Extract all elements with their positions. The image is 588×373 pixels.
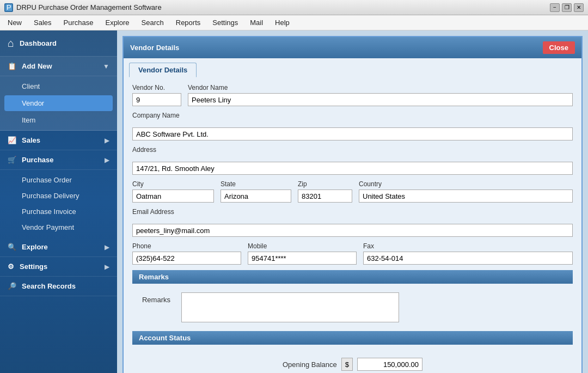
email-label: Email Address: [132, 208, 174, 216]
vendor-title-bar: Vendor Details Close: [124, 37, 581, 58]
phone-field: Phone: [132, 242, 241, 265]
opening-balance-row: Opening Balance $: [132, 353, 573, 373]
settings-arrow: ▶: [105, 263, 109, 271]
sidebar-purchase-section: 🛒 Purchase ▶ Purchase Order Purchase Del…: [0, 150, 117, 237]
main-layout: ⌂ Dashboard 📋 Add New ▼ Client Vendor It…: [0, 30, 588, 373]
remarks-textarea[interactable]: [181, 292, 399, 322]
state-label: State: [220, 180, 291, 188]
remarks-section-header: Remarks: [132, 270, 573, 284]
sidebar-item-purchase-delivery[interactable]: Purchase Delivery: [0, 188, 117, 204]
company-name-input[interactable]: [132, 127, 573, 140]
mobile-label: Mobile: [248, 242, 357, 250]
sales-left: 📈 Sales: [8, 136, 40, 144]
purchase-subitems: Purchase Order Purchase Delivery Purchas…: [0, 170, 117, 237]
address-input[interactable]: [132, 162, 573, 175]
restore-button[interactable]: ❐: [562, 3, 572, 12]
address-row: Address: [132, 146, 573, 175]
state-input[interactable]: [220, 189, 291, 203]
vendor-name-input[interactable]: [188, 93, 573, 106]
vendor-row-1: Vendor No. Vendor Name: [132, 84, 573, 106]
sidebar-sales-header[interactable]: 📈 Sales ▶: [0, 131, 117, 150]
minimize-button[interactable]: −: [550, 3, 560, 12]
sidebar-item-vendor-payment[interactable]: Vendor Payment: [0, 219, 117, 235]
city-field: City: [132, 180, 214, 203]
sidebar-settings-header[interactable]: ⚙ Settings ▶: [0, 257, 117, 277]
phone-input[interactable]: [132, 252, 241, 265]
company-row: Company Name: [132, 112, 573, 140]
vendor-no-label: Vendor No.: [132, 84, 181, 91]
purchase-left: 🛒 Purchase: [8, 156, 54, 164]
window-controls[interactable]: − ❐ ✕: [550, 3, 584, 12]
search-records-icon: 🔎: [8, 282, 16, 290]
country-field: Country: [359, 180, 573, 203]
vendor-no-input[interactable]: [132, 93, 181, 106]
content-area: Vendor Details Close Vendor Details Vend…: [117, 30, 588, 373]
title-bar: P DRPU Purchase Order Management Softwar…: [0, 0, 588, 15]
opening-balance-label: Opening Balance: [283, 360, 337, 369]
menu-bar: New Sales Purchase Explore Search Report…: [0, 15, 588, 30]
state-field: State: [220, 180, 291, 203]
menu-mail[interactable]: Mail: [244, 17, 268, 28]
address-label: Address: [132, 146, 156, 154]
remarks-area: Remarks: [132, 288, 573, 327]
sidebar-purchase-header[interactable]: 🛒 Purchase ▶: [0, 150, 117, 170]
add-new-subitems: Client Vendor Item: [0, 76, 117, 130]
currency-symbol: $: [341, 358, 353, 371]
menu-reports[interactable]: Reports: [170, 17, 206, 28]
city-label: City: [132, 180, 214, 188]
email-input[interactable]: [132, 224, 573, 237]
phone-row: Phone Mobile Fax: [132, 242, 573, 265]
sidebar-explore-header[interactable]: 🔍 Explore ▶: [0, 237, 117, 257]
sidebar-item-purchase-invoice[interactable]: Purchase Invoice: [0, 204, 117, 219]
explore-left: 🔍 Explore: [8, 243, 48, 251]
vendor-window-title: Vendor Details: [130, 44, 179, 52]
country-input[interactable]: [359, 189, 573, 203]
menu-settings[interactable]: Settings: [207, 17, 243, 28]
explore-arrow: ▶: [105, 243, 109, 251]
sidebar-item-vendor[interactable]: Vendor: [4, 95, 113, 111]
menu-explore[interactable]: Explore: [100, 17, 134, 28]
sidebar-item-item[interactable]: Item: [0, 112, 117, 128]
dashboard-icon: ⌂: [8, 37, 14, 50]
mobile-field: Mobile: [248, 242, 357, 265]
sidebar-add-new-header[interactable]: 📋 Add New ▼: [0, 57, 117, 76]
sales-label: Sales: [22, 136, 40, 144]
sidebar-item-client[interactable]: Client: [0, 78, 117, 94]
tab-vendor-details[interactable]: Vendor Details: [129, 63, 197, 77]
city-input[interactable]: [132, 189, 214, 203]
search-records-left: 🔎 Search Records: [8, 282, 76, 290]
settings-label: Settings: [20, 262, 47, 271]
menu-purchase[interactable]: Purchase: [58, 17, 99, 28]
remarks-label: Remarks: [132, 292, 170, 304]
phone-label: Phone: [132, 242, 241, 250]
search-records-label: Search Records: [22, 282, 76, 290]
fax-label: Fax: [363, 242, 573, 250]
fax-input[interactable]: [363, 252, 573, 265]
sidebar-search-records[interactable]: 🔎 Search Records: [0, 277, 117, 296]
account-status-section: Opening Balance $: [132, 349, 573, 373]
purchase-icon: 🛒: [8, 156, 16, 164]
account-status-header: Account Status: [132, 331, 573, 345]
menu-help[interactable]: Help: [270, 17, 295, 28]
app-icon: P: [4, 3, 13, 12]
add-new-arrow: ▼: [103, 63, 109, 70]
zip-input[interactable]: [298, 189, 352, 203]
purchase-arrow: ▶: [105, 156, 109, 164]
sidebar-dashboard[interactable]: ⌂ Dashboard: [0, 30, 117, 57]
dashboard-label: Dashboard: [20, 39, 57, 47]
menu-sales[interactable]: Sales: [28, 17, 57, 28]
sidebar-add-new-section: 📋 Add New ▼ Client Vendor Item: [0, 57, 117, 131]
opening-balance-input[interactable]: [357, 358, 422, 371]
close-button[interactable]: ✕: [574, 3, 584, 12]
sidebar-item-purchase-order[interactable]: Purchase Order: [0, 172, 117, 188]
settings-left: ⚙ Settings: [8, 262, 47, 271]
explore-label: Explore: [22, 243, 48, 251]
sales-icon: 📈: [8, 136, 16, 144]
menu-search[interactable]: Search: [136, 17, 169, 28]
menu-new[interactable]: New: [2, 17, 27, 28]
country-label: Country: [359, 180, 573, 188]
vendor-close-button[interactable]: Close: [543, 41, 575, 54]
city-state-row: City State Zip Country: [132, 180, 573, 203]
mobile-input[interactable]: [248, 252, 357, 265]
vendor-name-label: Vendor Name: [188, 84, 573, 91]
